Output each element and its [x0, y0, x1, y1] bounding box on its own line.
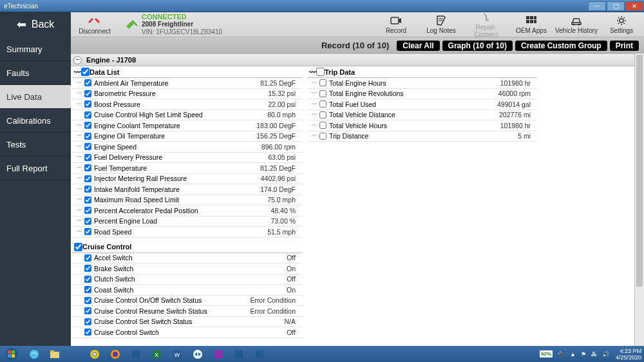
nav-summary[interactable]: Summary — [0, 37, 71, 61]
disconnect-button[interactable]: Disconnect — [71, 14, 118, 35]
taskbar-firefox[interactable] — [106, 347, 125, 361]
taskbar-ie[interactable] — [24, 347, 44, 361]
svg-point-9 — [573, 24, 575, 26]
row-checkbox[interactable] — [84, 286, 91, 293]
row-checkbox[interactable] — [84, 175, 91, 182]
toolbar-record[interactable]: Record — [374, 15, 419, 34]
nav-full-report[interactable]: Full Report — [0, 157, 71, 180]
toolbar-settings[interactable]: Settings — [599, 15, 644, 34]
param-value: N/A — [284, 318, 302, 325]
row-checkbox[interactable] — [319, 79, 327, 86]
row-checkbox[interactable] — [84, 186, 91, 193]
param-name: Cruise Control On/Off Switch Status — [94, 296, 250, 304]
param-name: Cruise Control Set Switch Status — [94, 318, 284, 325]
tray-flag-icon[interactable]: ⚑ — [581, 351, 586, 357]
data-row: 〰Engine Speed896.00 rpm — [72, 142, 302, 153]
toolbar-oem-apps[interactable]: OEM Apps — [509, 15, 554, 34]
toolbar-vehicle-history[interactable]: Vehicle History — [554, 15, 599, 34]
taskbar-teamviewer[interactable] — [188, 347, 207, 361]
taskbar-chrome[interactable] — [85, 347, 104, 361]
row-checkbox[interactable] — [84, 122, 91, 129]
trend-icon: 〰 — [74, 229, 84, 235]
trend-icon: 〰 — [309, 111, 319, 118]
row-checkbox[interactable] — [84, 133, 91, 140]
tray-power-icon[interactable]: 🔌 — [558, 351, 565, 357]
nav-tests[interactable]: Tests — [0, 133, 71, 157]
tray-network-icon[interactable]: 🖧 — [591, 351, 597, 357]
row-checkbox[interactable] — [84, 164, 91, 171]
param-name: Percent Accelerator Pedal Position — [94, 207, 270, 214]
param-name: Road Speed — [94, 228, 267, 236]
row-checkbox[interactable] — [319, 133, 327, 140]
row-checkbox[interactable] — [84, 154, 91, 161]
start-button[interactable] — [0, 346, 23, 362]
graph-button[interactable]: Graph (10 of 10) — [442, 41, 513, 51]
group-title: Data List — [90, 68, 119, 76]
toolbar-log-notes[interactable]: Log Notes — [419, 15, 464, 34]
row-checkbox[interactable] — [84, 90, 91, 97]
data-row: 〰Engine Coolant Temperature183.00 DegF — [72, 120, 302, 131]
tray-volume-icon[interactable]: 🔊 — [602, 351, 609, 357]
row-checkbox[interactable] — [84, 143, 91, 150]
row-checkbox[interactable] — [84, 111, 91, 119]
group-header: Cruise Control — [72, 242, 302, 253]
taskbar-explorer[interactable] — [45, 347, 64, 361]
row-checkbox[interactable] — [84, 265, 91, 272]
row-checkbox[interactable] — [84, 307, 91, 314]
battery-indicator[interactable]: 92% — [540, 350, 553, 357]
param-value: Off — [287, 275, 302, 283]
param-value: Error Condition — [250, 307, 302, 315]
row-checkbox[interactable] — [319, 100, 327, 108]
param-name: Total Engine Revolutions — [329, 90, 498, 97]
nav-calibrations[interactable]: Calibrations — [0, 109, 71, 133]
row-checkbox[interactable] — [84, 228, 91, 235]
row-checkbox[interactable] — [84, 276, 91, 283]
taskbar-app1[interactable] — [126, 347, 146, 361]
scrollbar-thumb[interactable] — [636, 55, 643, 287]
row-checkbox[interactable] — [84, 329, 91, 336]
group-checkbox[interactable] — [74, 243, 82, 251]
row-checkbox[interactable] — [84, 207, 91, 214]
window-maximize[interactable]: ▢ — [607, 1, 625, 11]
row-checkbox[interactable] — [84, 196, 91, 204]
taskbar-app4[interactable] — [250, 347, 269, 361]
data-row: 〰Road Speed51.5 mph — [72, 227, 302, 238]
nav-live-data[interactable]: Live Data — [0, 85, 71, 109]
collapse-toggle[interactable]: − — [73, 56, 82, 64]
data-row: Cruise Control SwitchOff — [72, 327, 302, 338]
trend-icon: 〰 — [74, 133, 84, 139]
tray-clock[interactable]: 4:23 PM 4/25/2020 — [616, 348, 641, 361]
taskbar-app3[interactable] — [229, 347, 249, 361]
group-checkbox[interactable] — [81, 68, 90, 76]
row-checkbox[interactable] — [84, 100, 91, 108]
taskbar-app2[interactable] — [209, 347, 228, 361]
data-row: Cruise Control High Set Limit Speed80.0 … — [72, 110, 302, 121]
taskbar-excel[interactable]: X — [147, 347, 166, 361]
window-close[interactable]: ✕ — [625, 1, 643, 11]
trend-icon: 〰 — [74, 165, 84, 171]
create-custom-group-button[interactable]: Create Custom Group — [515, 41, 607, 51]
window-minimize[interactable]: ─ — [588, 1, 606, 11]
row-checkbox[interactable] — [84, 297, 91, 304]
row-checkbox[interactable] — [319, 122, 327, 129]
group-checkbox[interactable] — [316, 68, 325, 76]
row-checkbox[interactable] — [319, 111, 327, 119]
row-checkbox[interactable] — [319, 90, 327, 97]
nav-faults[interactable]: Faults — [0, 61, 71, 85]
param-name: Total Fuel Used — [329, 100, 497, 108]
scrollbar[interactable] — [634, 53, 644, 346]
back-button[interactable]: ⬅ Back — [0, 12, 71, 37]
conn-vehicle: 2008 Freightliner — [142, 21, 222, 28]
row-checkbox[interactable] — [84, 318, 91, 325]
data-row: 〰Total Engine Hours101980 hr — [307, 78, 537, 89]
clear-all-button[interactable]: Clear All — [397, 41, 439, 51]
param-value: 75.0 mph — [267, 196, 302, 204]
print-button[interactable]: Print — [610, 41, 639, 51]
row-checkbox[interactable] — [84, 254, 91, 262]
param-name: Clutch Switch — [94, 275, 287, 283]
row-checkbox[interactable] — [84, 79, 91, 86]
taskbar-word[interactable]: W — [167, 347, 187, 361]
tray-chevron-icon[interactable]: ▲ — [570, 351, 576, 357]
trend-icon: 〰 — [74, 154, 84, 160]
row-checkbox[interactable] — [84, 218, 91, 225]
